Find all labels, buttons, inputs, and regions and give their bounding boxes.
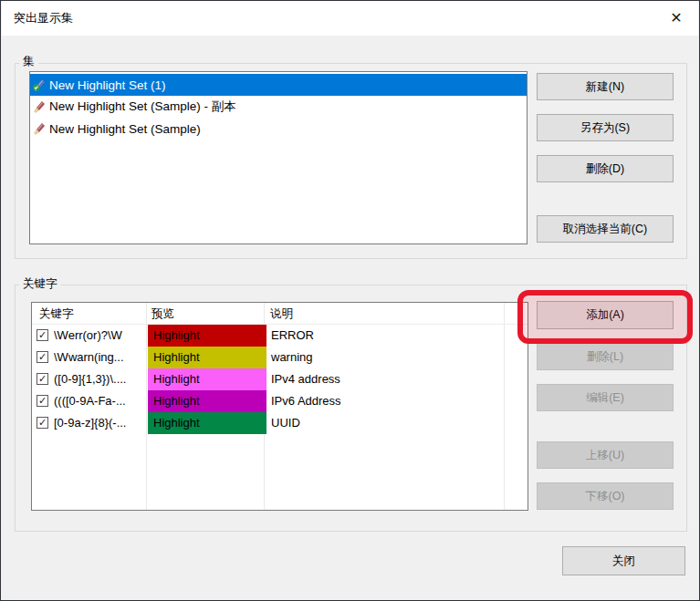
list-item[interactable]: New Highlight Set (Sample) [30,118,527,140]
preview-cell: Highlight [148,347,266,368]
checkbox-checked[interactable]: ✓ [37,417,48,429]
highlight-set-list[interactable]: New Highlight Set (1) New Highlight Set … [29,71,528,244]
list-item-label: New Highlight Set (1) [49,78,166,92]
description-cell: warning [271,347,313,368]
preview-cell: Highlight [148,390,266,412]
table-row[interactable]: ✓ ([0-9]{1,3})\.... Highlight IPv4 addre… [32,368,528,390]
column-header-keyword: 关键字 [39,303,74,325]
highlight-sets-dialog: 突出显示集 ✕ 集 New Highlight Set (1) [0,0,700,601]
preview-label: Highlight [153,372,200,386]
preview-label: Highlight [153,328,200,342]
table-row[interactable]: ✓ ((([0-9A-Fa-... Highlight IPv6 Address [32,390,528,412]
highlighter-pen-active-icon [32,78,47,92]
description-cell: ERROR [271,325,314,347]
highlighter-pen-icon [32,121,47,136]
keywords-table[interactable]: 关键字 预览 说明 ✓ \Werr(or)?\W Highlight ERROR… [31,302,528,511]
close-icon: ✕ [670,9,682,26]
preview-label: Highlight [153,350,200,364]
delete-keyword-button: 删除(L) [537,343,674,370]
deselect-current-button[interactable]: 取消选择当前(C) [537,215,674,243]
column-header-description: 说明 [270,303,293,325]
title-bar: 突出显示集 [2,1,698,36]
keyword-cell: \Wwarn(ing... [54,347,146,368]
checkbox-checked[interactable]: ✓ [37,329,48,341]
check-icon: ✓ [38,418,47,428]
checkbox-checked[interactable]: ✓ [37,373,48,385]
check-icon: ✓ [38,396,47,406]
preview-cell: Highlight [148,325,266,347]
keyword-cell: ([0-9]{1,3})\.... [54,368,146,390]
sets-group-label: 集 [19,55,38,68]
highlighter-pen-icon [32,99,47,114]
description-cell: IPv4 address [271,368,340,390]
list-item-label: New Highlight Set (Sample) - 副本 [49,98,236,115]
list-item[interactable]: New Highlight Set (Sample) - 副本 [30,96,527,118]
move-up-button: 上移(U) [537,441,674,469]
dialog-title: 突出显示集 [14,10,73,26]
check-icon: ✓ [38,352,47,362]
edit-keyword-button: 编辑(E) [537,384,674,411]
preview-label: Highlight [153,416,200,430]
keyword-cell: [0-9a-z]{8}(-... [54,412,146,434]
check-icon: ✓ [38,374,47,384]
save-as-button[interactable]: 另存为(S) [537,114,674,141]
description-cell: UUID [271,412,300,434]
table-row[interactable]: ✓ [0-9a-z]{8}(-... Highlight UUID [32,412,528,434]
keyword-cell: \Werr(or)?\W [54,325,146,347]
list-item-selected[interactable]: New Highlight Set (1) [30,74,527,96]
delete-set-button[interactable]: 删除(D) [537,155,674,182]
preview-label: Highlight [153,394,200,408]
add-keyword-button[interactable]: 添加(A) [537,301,674,329]
keyword-cell: ((([0-9A-Fa-... [54,390,146,412]
check-icon: ✓ [38,330,47,340]
preview-cell: Highlight [148,368,266,390]
list-item-label: New Highlight Set (Sample) [49,122,201,136]
move-down-button: 下移(O) [537,482,674,510]
close-button[interactable]: ✕ [658,1,695,35]
keywords-group-label: 关键字 [19,277,61,291]
table-header: 关键字 预览 说明 [32,303,528,325]
table-row[interactable]: ✓ \Werr(or)?\W Highlight ERROR [32,325,528,347]
table-row[interactable]: ✓ \Wwarn(ing... Highlight warning [32,347,528,368]
checkbox-checked[interactable]: ✓ [37,351,48,363]
close-dialog-button[interactable]: 关闭 [562,546,685,575]
new-set-button[interactable]: 新建(N) [537,73,674,100]
column-header-preview: 预览 [151,303,174,325]
description-cell: IPv6 Address [271,390,341,412]
preview-cell: Highlight [148,412,266,434]
checkbox-checked[interactable]: ✓ [37,395,48,407]
